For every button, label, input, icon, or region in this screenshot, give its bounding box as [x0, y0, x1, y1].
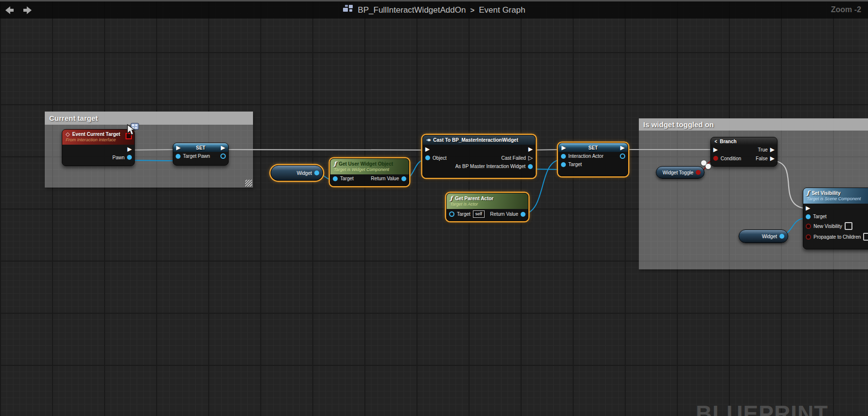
widget-output-pin[interactable]	[779, 234, 784, 239]
pin-label: Interaction Actor	[568, 153, 603, 159]
node-title: Event Current Target	[72, 132, 120, 137]
pin-label: Target Pawn	[183, 153, 210, 159]
node-title: Cast To BP_MasterInteractionWidget	[433, 137, 518, 143]
pin-label: Return Value	[490, 211, 518, 217]
branch-icon: <	[715, 138, 717, 144]
new-visibility-checkbox[interactable]	[845, 222, 852, 230]
comment-title: Current target	[49, 114, 98, 122]
blueprint-event-graph[interactable]: BLUEPRINT Current target Is widget toggl…	[0, 0, 868, 416]
pin-label: False	[756, 156, 767, 161]
function-icon: ƒ	[807, 189, 809, 196]
set-header: ▶ SET ▶	[173, 143, 228, 152]
node-subtitle: From Interaction Interface	[66, 137, 131, 143]
node-header: ƒSet Visibility Target is Scene Componen…	[803, 188, 868, 204]
as-widget-output-pin[interactable]	[528, 164, 533, 169]
cast-failed-exec-pin[interactable]: ▷	[528, 155, 533, 161]
pin-label: Cast Failed	[501, 155, 526, 161]
return-value-pin[interactable]	[521, 212, 525, 217]
exec-in-pin[interactable]: ▶	[561, 145, 566, 151]
breadcrumb-separator: >	[470, 6, 474, 14]
blueprint-icon	[343, 4, 353, 16]
widget-toggle-output-pin[interactable]	[696, 170, 701, 175]
target-input-pin[interactable]	[561, 162, 566, 167]
pin-label: Pawn	[112, 155, 125, 160]
new-visibility-input-pin[interactable]	[806, 224, 811, 229]
exec-in-pin[interactable]: ▶	[806, 205, 810, 211]
widget-variable-pill[interactable]: Widget	[271, 165, 323, 181]
pin-label: Condition	[721, 156, 741, 161]
pin-label: New Visibility	[814, 224, 842, 229]
exec-out-pin[interactable]: ▶	[620, 145, 625, 151]
false-exec-pin[interactable]: ▶	[770, 155, 775, 161]
node-title: Branch	[720, 139, 736, 144]
branch-node[interactable]: <Branch ▶ True▶ Condition False▶	[710, 137, 778, 167]
event-current-target-node[interactable]: ◇Event Current Target From Interaction I…	[62, 129, 135, 166]
pin-label: Target	[813, 214, 827, 219]
node-header: ◇Event Current Target From Interaction I…	[62, 130, 134, 145]
condition-input-pin[interactable]	[713, 156, 718, 161]
object-input-pin[interactable]	[425, 155, 430, 160]
widget-output-pin[interactable]	[314, 170, 319, 175]
breadcrumb-graph-name: Event Graph	[479, 5, 525, 15]
pawn-output-pin[interactable]	[127, 155, 132, 160]
interaction-actor-input-pin[interactable]	[561, 154, 566, 159]
set-header: ▶ SET ▶	[559, 143, 628, 152]
node-title: SET	[181, 145, 221, 151]
pin-label: Target	[340, 176, 354, 181]
pin-label: True	[758, 147, 768, 152]
self-default-value[interactable]: self	[473, 210, 485, 218]
target-input-pin[interactable]	[333, 176, 338, 181]
wire-exec-set1-to-cast	[225, 150, 427, 150]
wire-highlight-dot	[705, 164, 711, 169]
get-user-widget-object-node[interactable]: ƒGet User Widget Object Target is Widget…	[330, 158, 409, 186]
blueprint-watermark: BLUEPRINT	[696, 400, 828, 416]
breadcrumb-blueprint-name: BP_FullInteractWidgetAddOn	[358, 5, 466, 15]
node-header: ƒGet Parent Actor Target is Actor	[447, 193, 528, 209]
pin-label: As BP Master Interaction Widget	[455, 164, 525, 169]
function-icon: ƒ	[450, 195, 452, 202]
node-title: SET	[566, 145, 620, 151]
pill-label: Widget	[297, 170, 312, 176]
function-icon: ƒ	[334, 160, 336, 167]
comment-title: Is widget toggled on	[643, 120, 714, 129]
node-subtitle: Target is Widget Component	[334, 167, 405, 172]
set-visibility-node[interactable]: ƒSet Visibility Target is Scene Componen…	[803, 188, 868, 249]
exec-in-pin[interactable]: ▶	[713, 147, 718, 152]
pin-label: Object	[433, 155, 447, 161]
graph-title-bar: BP_FullInteractWidgetAddOn > Event Graph…	[0, 0, 868, 19]
set-interaction-actor-node[interactable]: ▶ SET ▶ Interaction Actor Target	[558, 143, 628, 176]
node-subtitle: Target is Actor	[450, 202, 524, 207]
set-target-pawn-node[interactable]: ▶ SET ▶ Target Pawn	[173, 143, 229, 166]
pin-label: Propagate to Children	[814, 234, 861, 240]
target-input-pin[interactable]	[449, 211, 454, 217]
pin-label: Target	[568, 162, 582, 167]
return-value-pin[interactable]	[401, 176, 406, 181]
event-diamond-icon: ◇	[66, 131, 70, 137]
pill-label: Widget	[762, 234, 777, 239]
get-parent-actor-node[interactable]: ƒGet Parent Actor Target is Actor Target…	[446, 193, 528, 221]
target-pawn-input-pin[interactable]	[176, 154, 181, 159]
node-title: Set Visibility	[812, 190, 840, 196]
comment-resize-handle[interactable]	[245, 180, 252, 187]
exec-out-pin[interactable]: ▶	[528, 146, 533, 152]
pin-label: Return Value	[371, 176, 399, 181]
node-subtitle: Target is Scene Component	[807, 196, 868, 202]
exec-in-pin[interactable]: ▶	[176, 145, 181, 151]
value-output-pin[interactable]	[220, 153, 226, 159]
target-input-pin[interactable]	[806, 214, 811, 219]
pill-label: Widget Toggle	[663, 170, 693, 175]
comment-header[interactable]: Is widget toggled on	[639, 118, 868, 131]
zoom-level-indicator: Zoom -2	[831, 5, 861, 14]
value-output-pin[interactable]	[620, 153, 625, 159]
exec-out-pin[interactable]: ▶	[127, 146, 132, 152]
propagate-checkbox[interactable]	[863, 233, 868, 241]
exec-in-pin[interactable]: ▶	[425, 146, 430, 152]
comment-header[interactable]: Current target	[45, 112, 253, 125]
propagate-input-pin[interactable]	[806, 234, 811, 240]
cast-to-bp-masterinteractionwidget-node[interactable]: ↠Cast To BP_MasterInteractionWidget ▶ ▶ …	[422, 135, 536, 178]
true-exec-pin[interactable]: ▶	[770, 147, 775, 152]
node-header: ƒGet User Widget Object Target is Widget…	[330, 159, 409, 174]
exec-out-pin[interactable]: ▶	[221, 145, 225, 151]
widget-toggle-variable-pill[interactable]: Widget Toggle	[656, 166, 705, 179]
widget-variable-pill-2[interactable]: Widget	[739, 229, 788, 243]
